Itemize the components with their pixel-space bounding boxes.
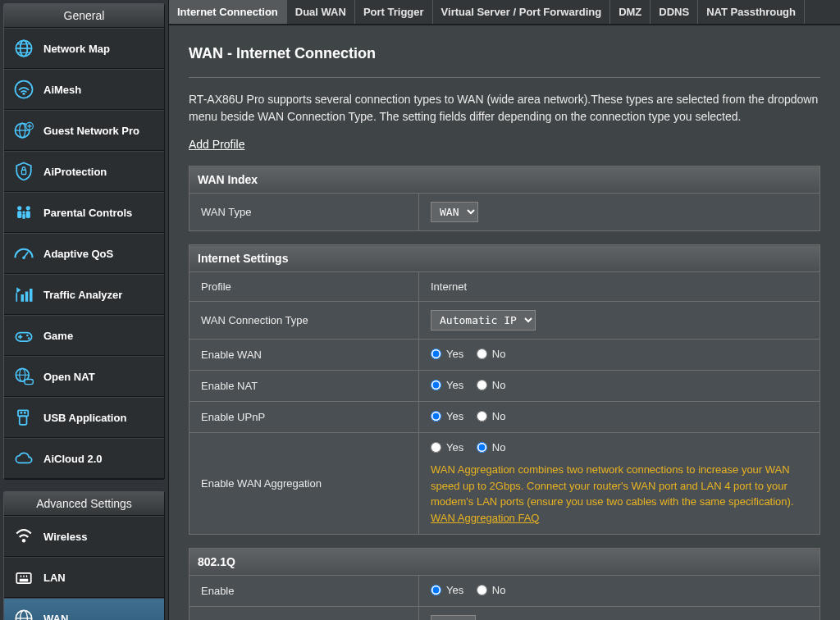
internet-settings-table: Internet Settings Profile Internet WAN C… (189, 244, 820, 535)
nav-label: USB Application (43, 412, 126, 424)
general-header: General (4, 4, 164, 28)
svg-point-5 (16, 81, 33, 98)
wan-type-select[interactable]: WAN (431, 202, 478, 222)
nav-label: Parental Controls (43, 207, 132, 219)
add-profile-link[interactable]: Add Profile (189, 138, 244, 151)
agg-note: WAN Aggregation combines two network con… (431, 462, 808, 526)
nav-traffic[interactable]: Traffic Analyzer (4, 274, 164, 315)
advanced-section: Advanced Settings Wireless LAN WAN (3, 491, 165, 620)
enable-agg-yes[interactable] (431, 442, 441, 453)
nav-label: Traffic Analyzer (43, 289, 122, 301)
tab-bar: Internet Connection Dual WAN Port Trigge… (169, 0, 840, 25)
tab-ddns[interactable]: DDNS (651, 0, 698, 24)
svg-point-30 (28, 337, 30, 340)
enable-agg-label: Enable WAN Aggregation (189, 433, 419, 535)
tab-internet-connection[interactable]: Internet Connection (169, 0, 287, 24)
svg-rect-36 (20, 416, 27, 425)
profile-value: Internet (419, 272, 820, 302)
nav-game[interactable]: Game (4, 315, 164, 356)
nav-label: Game (43, 330, 73, 342)
svg-rect-41 (20, 579, 29, 582)
enable-upnp-yes[interactable] (431, 411, 441, 422)
nav-parental[interactable]: Parental Controls (4, 192, 164, 233)
advanced-header: Advanced Settings (4, 492, 164, 516)
nav-wireless[interactable]: Wireless (4, 516, 164, 557)
enable-nat-no[interactable] (477, 380, 487, 390)
nav-aicloud[interactable]: AiCloud 2.0 (4, 438, 164, 479)
traffic-icon (12, 283, 35, 306)
nav-guest-network[interactable]: Guest Network Pro (4, 110, 164, 151)
usb-icon (12, 406, 35, 429)
nav-qos[interactable]: Adaptive QoS (4, 233, 164, 274)
content: Internet Connection Dual WAN Port Trigge… (168, 0, 840, 620)
tab-dual-wan[interactable]: Dual WAN (287, 0, 355, 24)
wifi-circle-icon (12, 78, 35, 101)
dot1q-enable-no[interactable] (477, 585, 487, 595)
vlan-id-input[interactable] (431, 615, 476, 620)
svg-point-16 (26, 206, 30, 210)
enable-wan-no[interactable] (477, 349, 487, 359)
page-desc: RT-AX86U Pro supports several connection… (189, 91, 820, 125)
enable-wan-yes[interactable] (431, 349, 441, 359)
svg-rect-19 (22, 214, 25, 219)
nav-network-map[interactable]: Network Map (4, 28, 164, 69)
nav-label: AiCloud 2.0 (43, 453, 103, 465)
nav-label: Guest Network Pro (43, 125, 139, 137)
nav-label: Network Map (43, 43, 110, 55)
wan-type-label: WAN Type (189, 194, 419, 231)
nav-label: LAN (43, 572, 66, 584)
svg-point-14 (17, 206, 21, 210)
globe-plus-icon (12, 119, 35, 142)
nav-opennat[interactable]: Open NAT (4, 356, 164, 397)
enable-upnp-label: Enable UPnP (189, 402, 419, 433)
main-area: WAN - Internet Connection RT-AX86U Pro s… (169, 25, 840, 620)
page-title: WAN - Internet Connection (189, 45, 820, 78)
enable-agg-no[interactable] (477, 442, 487, 453)
nav-label: Wireless (43, 531, 87, 543)
globe-game-icon (12, 365, 35, 388)
nav-aimesh[interactable]: AiMesh (4, 69, 164, 110)
conn-type-label: WAN Connection Type (189, 302, 419, 340)
nav-label: WAN (43, 613, 68, 621)
svg-point-21 (22, 257, 25, 260)
tab-dmz[interactable]: DMZ (610, 0, 651, 24)
nav-lan[interactable]: LAN (4, 557, 164, 598)
cloud-icon (12, 447, 35, 470)
dot1q-enable-yes[interactable] (431, 585, 441, 595)
svg-rect-37 (21, 412, 23, 414)
nav-aiprotection[interactable]: AiProtection (4, 151, 164, 192)
dot1q-table: 802.1Q Enable Yes No VLAN ID ( 2 ~ 4094 … (189, 548, 820, 620)
svg-point-39 (22, 539, 25, 542)
tab-port-trigger[interactable]: Port Trigger (355, 0, 433, 24)
tab-port-forwarding[interactable]: Virtual Server / Port Forwarding (433, 0, 611, 24)
conn-type-select[interactable]: Automatic IP (431, 310, 536, 331)
nav-label: Adaptive QoS (43, 248, 113, 260)
wan-index-header: WAN Index (189, 166, 820, 194)
nav-wan[interactable]: WAN (4, 598, 164, 620)
svg-rect-34 (25, 380, 34, 385)
svg-rect-24 (25, 292, 29, 302)
nav-label: AiMesh (43, 84, 81, 96)
sidebar: General Network Map AiMesh Guest Network… (0, 0, 168, 620)
svg-point-29 (26, 335, 29, 337)
profile-label: Profile (189, 272, 419, 302)
nav-label: Open NAT (43, 371, 95, 383)
agg-faq-link[interactable]: WAN Aggregation FAQ (431, 512, 539, 524)
globe-icon (12, 607, 35, 620)
nav-label: AiProtection (43, 166, 107, 178)
lan-port-icon (12, 566, 35, 589)
gauge-icon (12, 242, 35, 265)
tab-nat-passthrough[interactable]: NAT Passthrough (698, 0, 805, 24)
gamepad-icon (12, 324, 35, 347)
enable-nat-yes[interactable] (431, 380, 441, 390)
nav-usb[interactable]: USB Application (4, 397, 164, 438)
enable-nat-label: Enable NAT (189, 371, 419, 402)
enable-wan-label: Enable WAN (189, 340, 419, 371)
svg-rect-13 (21, 170, 25, 174)
globe-icon (12, 37, 35, 60)
dot1q-header: 802.1Q (189, 549, 820, 576)
wan-index-table: WAN Index WAN Type WAN (189, 166, 820, 231)
wireless-icon (12, 525, 35, 548)
internet-settings-header: Internet Settings (189, 245, 820, 272)
enable-upnp-no[interactable] (477, 411, 487, 422)
